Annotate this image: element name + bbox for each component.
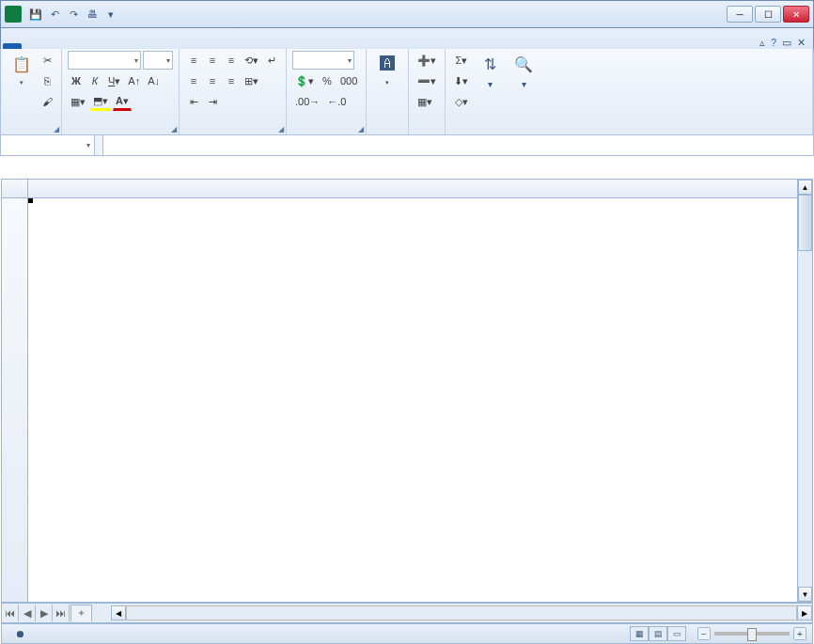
vscroll-thumb[interactable] [798, 195, 812, 251]
macro-record-icon[interactable]: ⏺ [15, 628, 25, 639]
scroll-right-icon[interactable]: ▶ [797, 605, 812, 620]
help-icon[interactable]: ? [771, 37, 776, 49]
group-cells: ➕ ▾ ➖ ▾ ▦ ▾ [409, 49, 446, 134]
close-button[interactable]: ✕ [783, 6, 809, 23]
spreadsheet-grid [1, 179, 813, 603]
paste-button[interactable]: 📋 ▾ [7, 51, 37, 111]
cut-icon[interactable]: ✂ [39, 51, 55, 70]
column-headers [2, 180, 812, 198]
group-number: 💲▾ % 000 .00→ ←.0 ◢ [287, 49, 367, 134]
font-size-combo[interactable] [143, 51, 173, 70]
scroll-down-icon[interactable]: ▼ [798, 587, 812, 602]
number-format-combo[interactable] [292, 51, 354, 70]
group-clipboard: 📋 ▾ ✂ ⎘ 🖌 ◢ [1, 49, 62, 134]
excel-icon [5, 6, 22, 23]
italic-button[interactable]: К [86, 71, 103, 90]
align-middle-icon[interactable]: ≡ [204, 51, 221, 70]
align-center-icon[interactable]: ≡ [204, 71, 221, 90]
shrink-font-icon[interactable]: A↓ [145, 71, 163, 90]
formula-bar [0, 135, 814, 156]
name-box[interactable] [1, 135, 95, 155]
maximize-button[interactable]: ☐ [755, 6, 781, 23]
increase-decimal-icon[interactable]: .00→ [292, 92, 322, 111]
sort-filter-button[interactable]: ⇅ ▾ [475, 51, 505, 111]
underline-button[interactable]: Ч▾ [105, 71, 123, 90]
styles-button[interactable]: 🅰 ▾ [372, 51, 402, 88]
group-editing: Σ▾ ⬇▾ ◇▾ ⇅ ▾ 🔍 ▾ [446, 49, 813, 134]
zoom-in-icon[interactable]: + [793, 627, 806, 640]
scroll-up-icon[interactable]: ▲ [798, 180, 812, 195]
save-icon[interactable]: 💾 [27, 6, 44, 23]
copy-icon[interactable]: ⎘ [39, 71, 55, 90]
minimize-button[interactable]: ─ [727, 6, 753, 23]
redo-icon[interactable]: ↷ [65, 6, 82, 23]
decrease-decimal-icon[interactable]: ←.0 [324, 92, 349, 111]
window-controls: ─ ☐ ✕ [727, 6, 809, 23]
fill-color-icon[interactable]: ⬒▾ [90, 92, 111, 111]
align-right-icon[interactable]: ≡ [223, 71, 240, 90]
comma-icon[interactable]: 000 [337, 71, 360, 90]
align-top-icon[interactable]: ≡ [185, 51, 202, 70]
group-alignment: ≡ ≡ ≡ ⟲▾ ↵ ≡ ≡ ≡ ⊞▾ ⇤ ⇥ ◢ [180, 49, 287, 134]
font-color-icon[interactable]: A▾ [113, 92, 132, 111]
format-cells-button[interactable]: ▦ ▾ [415, 92, 435, 111]
insert-cells-button[interactable]: ➕ ▾ [415, 51, 439, 70]
select-all-corner[interactable] [2, 180, 28, 197]
autosum-icon[interactable]: Σ▾ [451, 51, 471, 70]
merge-icon[interactable]: ⊞▾ [242, 71, 261, 90]
zoom-slider[interactable] [714, 632, 790, 636]
bold-button[interactable]: Ж [68, 71, 85, 90]
window-close-icon[interactable]: ✕ [797, 37, 806, 49]
window-restore-icon[interactable]: ▭ [782, 37, 791, 49]
status-bar: ⏺ ▦ ▤ ▭ − + [1, 623, 813, 644]
align-launcher-icon[interactable]: ◢ [278, 125, 284, 134]
formula-input[interactable] [102, 135, 813, 155]
ribbon-tabs: ▵ ? ▭ ✕ [0, 28, 814, 49]
styles-icon: 🅰 [376, 53, 399, 75]
currency-icon[interactable]: 💲▾ [292, 71, 317, 90]
delete-cells-button[interactable]: ➖ ▾ [415, 71, 439, 90]
horizontal-scrollbar[interactable]: ◀ ▶ [111, 605, 812, 620]
zoom-out-icon[interactable]: − [697, 627, 711, 640]
borders-icon[interactable]: ▦▾ [68, 92, 88, 111]
clear-icon[interactable]: ◇▾ [451, 92, 471, 111]
group-font: Ж К Ч▾ A↑ A↓ ▦▾ ⬒▾ A▾ ◢ [62, 49, 180, 134]
normal-view-icon[interactable]: ▦ [630, 626, 649, 641]
vertical-scrollbar[interactable]: ▲ ▼ [797, 179, 813, 603]
quick-access-toolbar: 💾 ↶ ↷ 🖶 ▾ [27, 6, 119, 23]
percent-icon[interactable]: % [319, 71, 336, 90]
active-cell-cursor [28, 198, 32, 202]
format-painter-icon[interactable]: 🖌 [39, 92, 55, 111]
sheet-first-icon[interactable]: ⏮ [2, 605, 19, 621]
print-icon[interactable]: 🖶 [84, 6, 101, 23]
page-break-view-icon[interactable]: ▭ [667, 626, 686, 641]
minimize-ribbon-icon[interactable]: ▵ [759, 37, 765, 49]
find-icon: 🔍 [512, 53, 535, 75]
sheet-next-icon[interactable]: ▶ [36, 605, 53, 621]
sheet-last-icon[interactable]: ⏭ [53, 605, 70, 621]
align-bottom-icon[interactable]: ≡ [223, 51, 240, 70]
sheet-prev-icon[interactable]: ◀ [19, 605, 36, 621]
orientation-icon[interactable]: ⟲▾ [242, 51, 261, 70]
paste-icon: 📋 [10, 53, 33, 75]
clipboard-launcher-icon[interactable]: ◢ [54, 125, 59, 134]
font-name-combo[interactable] [68, 51, 141, 70]
font-launcher-icon[interactable]: ◢ [171, 125, 177, 134]
decrease-indent-icon[interactable]: ⇤ [185, 92, 202, 111]
number-launcher-icon[interactable]: ◢ [358, 125, 364, 134]
page-layout-view-icon[interactable]: ▤ [649, 626, 667, 641]
grow-font-icon[interactable]: A↑ [125, 71, 143, 90]
qat-more-icon[interactable]: ▾ [102, 6, 119, 23]
cells-area[interactable] [28, 198, 812, 602]
undo-icon[interactable]: ↶ [46, 6, 63, 23]
new-sheet-button[interactable]: ✦ [70, 605, 92, 621]
fill-icon[interactable]: ⬇▾ [451, 71, 471, 90]
increase-indent-icon[interactable]: ⇥ [204, 92, 221, 111]
scroll-left-icon[interactable]: ◀ [111, 605, 126, 620]
sort-filter-icon: ⇅ [478, 53, 501, 75]
find-select-button[interactable]: 🔍 ▾ [509, 51, 539, 111]
sheet-tabs-bar: ⏮ ◀ ▶ ⏭ ✦ ◀ ▶ [1, 603, 813, 623]
align-left-icon[interactable]: ≡ [185, 71, 202, 90]
wrap-text-icon[interactable]: ↵ [263, 51, 280, 70]
ribbon: 📋 ▾ ✂ ⎘ 🖌 ◢ Ж К Ч▾ A↑ A↓ [0, 49, 814, 135]
